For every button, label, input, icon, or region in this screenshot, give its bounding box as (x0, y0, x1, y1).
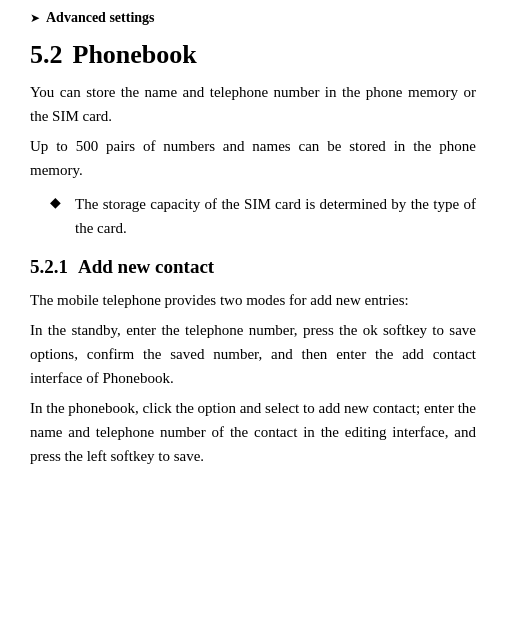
advanced-settings-label: Advanced settings (46, 10, 155, 26)
breadcrumb: ➤ Advanced settings (30, 10, 476, 26)
arrow-icon: ➤ (30, 11, 40, 26)
section-number: 5.2 (30, 40, 63, 70)
sub-paragraph-3: In the phonebook, click the option and s… (30, 396, 476, 468)
subsection-heading: 5.2.1 Add new contact (30, 256, 476, 278)
sub-paragraph-1: The mobile telephone provides two modes … (30, 288, 476, 312)
paragraph-2: Up to 500 pairs of numbers and names can… (30, 134, 476, 182)
subsection-number: 5.2.1 (30, 256, 68, 278)
sub-paragraph-2: In the standby, enter the telephone numb… (30, 318, 476, 390)
section-heading: 5.2 Phonebook (30, 40, 476, 70)
paragraph-1: You can store the name and telephone num… (30, 80, 476, 128)
bullet-text: The storage capacity of the SIM card is … (75, 192, 476, 240)
subsection-title: Add new contact (78, 256, 214, 278)
section-title: Phonebook (73, 40, 197, 70)
bullet-item: ◆ The storage capacity of the SIM card i… (50, 192, 476, 240)
bullet-icon: ◆ (50, 194, 61, 211)
